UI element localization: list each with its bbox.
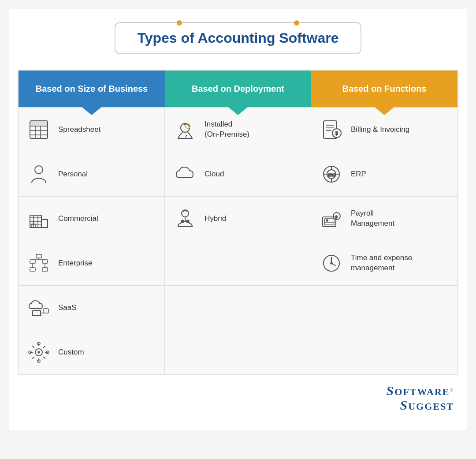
svg-point-31 [182,210,189,217]
cell-saas: SaaS [19,286,165,330]
cell-empty-5-3 [311,286,457,330]
dot-left [177,20,182,26]
svg-rect-35 [324,219,334,225]
cell-payroll: $ Payroll Management [311,197,457,241]
saas-icon [27,296,50,319]
cloud-icon [174,163,197,186]
svg-rect-42 [42,260,48,263]
payroll-icon: $ [320,207,343,230]
page-wrapper: Types of Accounting Software Based on Si… [9,9,467,430]
cell-empty-4-2 [165,241,311,285]
header-col1-label: Based on Size of Business [36,84,148,94]
table-row: SaaS [19,285,457,330]
title-border: Types of Accounting Software [115,22,362,54]
enterprise-icon [27,252,50,275]
dot-right [294,20,299,26]
spreadsheet-label: Spreadsheet [58,125,100,135]
cell-enterprise: Enterprise [19,241,165,285]
header-col1: Based on Size of Business [19,71,165,107]
hybrid-icon [174,207,197,230]
svg-point-59 [38,351,40,353]
svg-text:$: $ [335,215,338,219]
cell-time: Time and expense management [311,241,457,285]
main-table: Based on Size of Business Based on Deplo… [18,70,458,375]
svg-text:ERP: ERP [328,173,336,177]
svg-rect-6 [30,121,47,126]
svg-rect-41 [30,260,35,263]
payroll-label: Payroll Management [351,209,394,229]
cell-commercial: Commercial [19,197,165,241]
spreadsheet-icon [27,118,50,141]
svg-point-53 [331,262,332,264]
personal-label: Personal [58,169,88,179]
billing-icon: $ [320,118,343,141]
page-title: Types of Accounting Software [138,30,339,46]
personal-icon [27,163,50,186]
commercial-label: Commercial [58,214,98,224]
header-col3-label: Based on Functions [342,84,426,94]
cell-erp: ERP ERP [311,152,457,196]
cloud-label: Cloud [205,169,224,179]
title-wrapper: Types of Accounting Software [18,22,458,54]
table-row: Custom [19,330,457,374]
header-row: Based on Size of Business Based on Deplo… [19,71,457,107]
time-label: Time and expense management [351,253,412,273]
header-col2: Based on Deployment [165,71,311,107]
cell-empty-5-2 [165,286,311,330]
erp-icon: ERP [320,163,343,186]
installed-icon [174,118,197,141]
svg-rect-44 [42,268,48,271]
hybrid-label: Hybrid [205,214,226,224]
svg-text:$: $ [335,131,338,136]
cell-cloud: Cloud [165,152,311,196]
svg-rect-40 [36,254,41,258]
cell-personal: Personal [19,152,165,196]
svg-rect-24 [41,220,48,228]
brand-logo: SOFTWARE® SUGGEST [387,383,454,412]
cell-empty-6-2 [165,330,311,374]
custom-icon [27,341,50,364]
cell-hybrid: Hybrid [165,197,311,241]
svg-rect-54 [33,310,41,316]
billing-label: Billing & Invoicing [351,125,409,135]
installed-label: Installed (On-Premise) [205,119,249,140]
svg-point-39 [326,220,328,221]
svg-rect-56 [43,309,48,313]
table-row: Personal Cloud [19,152,457,196]
logo-area: SOFTWARE® SUGGEST [18,383,458,412]
svg-rect-43 [30,268,35,271]
svg-point-33 [186,220,189,223]
time-icon [320,252,343,275]
enterprise-label: Enterprise [58,258,92,269]
commercial-icon [27,207,50,230]
header-col3: Based on Functions [311,71,457,107]
table-row: Commercial Hybrid [19,196,457,241]
erp-label: ERP [351,169,366,179]
cell-custom: Custom [19,330,165,374]
header-col2-label: Based on Deployment [192,84,284,94]
custom-label: Custom [58,347,84,358]
svg-point-15 [35,166,43,174]
svg-point-32 [181,220,184,223]
saas-label: SaaS [58,303,77,313]
table-row: Enterprise Time and expense management [19,241,457,285]
cell-empty-6-3 [311,330,457,374]
